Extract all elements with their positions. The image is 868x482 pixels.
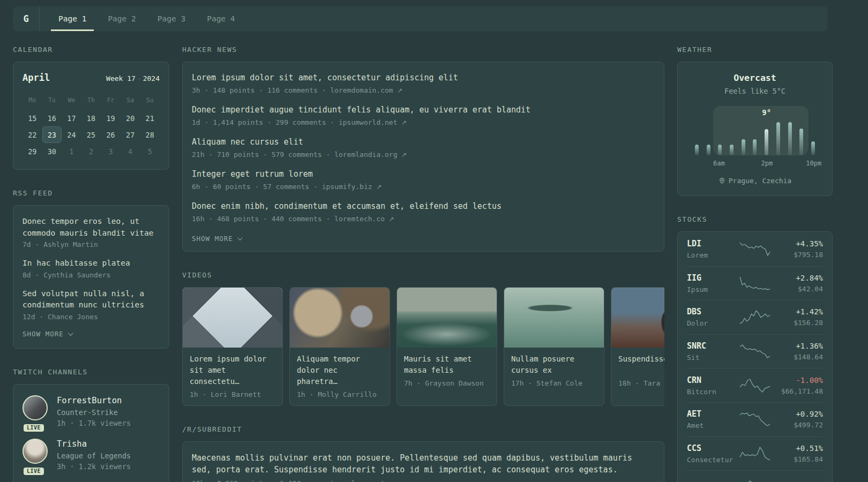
stock-values: +0.92% $499.72: [772, 410, 823, 429]
calendar-day[interactable]: 16: [42, 110, 62, 126]
news-domain-link[interactable]: ipsumify.biz: [322, 183, 372, 191]
calendar-day[interactable]: 1: [62, 143, 81, 160]
external-link-icon: ↗: [398, 87, 403, 94]
calendar-day[interactable]: 20: [121, 110, 140, 126]
video-card[interactable]: Mauris sit amet massa felis 7h · Grayson…: [396, 287, 497, 406]
time-label: 6am: [713, 160, 725, 167]
news-title[interactable]: Donec imperdiet augue tincidunt felis al…: [192, 104, 655, 116]
stock-price: $42.04: [772, 285, 823, 293]
weather-peak-temp: 9°: [762, 108, 771, 117]
rss-item-title[interactable]: Donec tempor eros leo, ut commodo mauris…: [23, 216, 160, 239]
external-link-icon: ↗: [406, 480, 411, 482]
calendar-day[interactable]: 30: [42, 143, 62, 160]
twitch-section: TWITCH CHANNELS LIVE ForrestBurton Count…: [13, 368, 169, 482]
rss-show-more-button[interactable]: SHOW MORE: [23, 330, 160, 338]
calendar-day[interactable]: 3: [101, 143, 121, 160]
stock-row[interactable]: DBS Dolor +1.42% $156.28: [687, 300, 823, 334]
calendar-day[interactable]: 29: [23, 143, 42, 160]
stock-row[interactable]: LDI Lorem +4.35% $795.18: [687, 232, 823, 266]
rss-item-meta: 7d · Ashlyn Martin: [23, 240, 160, 248]
calendar-day[interactable]: 4: [121, 143, 140, 160]
video-thumbnail: [290, 288, 390, 348]
chevron-down-icon: [68, 330, 73, 336]
news-domain-link[interactable]: loremdomain.com: [330, 86, 393, 94]
post-domain-link[interactable]: loremnet.xyz: [351, 479, 401, 482]
tab-page-1[interactable]: Page 1: [51, 6, 94, 31]
stock-sparkline: [738, 275, 772, 291]
calendar-day[interactable]: 15: [23, 110, 42, 126]
channel-name[interactable]: Trisha: [57, 439, 131, 449]
video-meta: 1h · Molly Carrillo: [297, 390, 383, 398]
rss-item-title[interactable]: In hac habitasse platea: [23, 258, 160, 269]
stock-name: Dolor: [687, 319, 738, 327]
video-title: Suspendisse diam: [618, 353, 664, 376]
news-domain-link[interactable]: loremlandia.org: [334, 150, 397, 159]
calendar-day[interactable]: 27: [121, 126, 140, 143]
weather-bar: [788, 122, 792, 155]
twitch-channel[interactable]: LIVE ForrestBurton Counter-Strike 1h · 1…: [23, 395, 160, 427]
news-meta: 21h · 710 points · 579 comments · loreml…: [192, 150, 655, 159]
stock-ticker: LDI: [687, 239, 738, 248]
stock-row[interactable]: IIG Ipsum +2.84% $42.04: [687, 266, 823, 300]
video-card[interactable]: Nullam posuere cursus ex 17h · Stefan Co…: [504, 287, 604, 406]
tab-page-4[interactable]: Page 4: [199, 6, 242, 31]
calendar-day[interactable]: 25: [81, 126, 101, 143]
stock-row[interactable]: AET Amet +0.92% $499.72: [687, 402, 823, 436]
videos-section: VIDEOS Lorem ipsum dolor sit amet consec…: [182, 271, 664, 406]
calendar-day[interactable]: 5: [140, 143, 160, 160]
stock-row[interactable]: CCS Consectetur +0.51% $165.84: [687, 436, 823, 471]
news-title[interactable]: Donec enim nibh, condimentum et accumsan…: [192, 201, 655, 212]
stock-row[interactable]: AHS +0.46%: [687, 470, 823, 482]
stock-id: DBS Dolor: [687, 307, 738, 327]
news-item: Donec enim nibh, condimentum et accumsan…: [192, 201, 655, 223]
news-domain-link[interactable]: ipsumworld.net: [339, 118, 398, 126]
calendar-day[interactable]: 21: [140, 110, 160, 126]
stock-change: +2.84%: [772, 274, 823, 282]
channel-info: ForrestBurton Counter-Strike 1h · 1.7k v…: [57, 395, 131, 427]
video-card[interactable]: Lorem ipsum dolor sit amet consectetu… 1…: [182, 287, 283, 406]
calendar-day[interactable]: 28: [140, 126, 160, 143]
day-header: Th: [81, 94, 101, 107]
calendar-day[interactable]: 23: [42, 126, 62, 143]
news-item: Lorem ipsum dolor sit amet, consectetur …: [192, 72, 655, 94]
calendar-day[interactable]: 24: [62, 126, 81, 143]
news-title[interactable]: Aliquam nec cursus elit: [192, 137, 655, 148]
news-meta: 3h · 148 points · 116 comments · loremdo…: [192, 86, 655, 94]
tab-page-3[interactable]: Page 3: [150, 6, 193, 31]
external-link-icon: ↗: [401, 151, 407, 159]
news-show-more-button[interactable]: SHOW MORE: [192, 235, 655, 243]
stock-change: +1.36%: [772, 342, 823, 350]
stock-values: +4.35% $795.18: [772, 239, 823, 259]
video-card[interactable]: Aliquam tempor dolor nec pharetra… 1h · …: [289, 287, 390, 406]
weather-bar: [799, 129, 803, 155]
video-card[interactable]: Suspendisse diam 18h · Tara: [611, 287, 664, 406]
stock-name: Ipsum: [687, 285, 738, 293]
stock-sparkline: [738, 446, 772, 462]
stock-row[interactable]: SNRC Sit +1.36% $148.64: [687, 334, 823, 368]
calendar-day[interactable]: 22: [23, 126, 42, 143]
channel-name[interactable]: ForrestBurton: [57, 395, 131, 406]
rss-item-title[interactable]: Sed volutpat nulla nisl, a condimentum n…: [23, 288, 160, 311]
tab-page-2[interactable]: Page 2: [100, 6, 143, 31]
stock-row[interactable]: CRN Bitcorn -1.00% $66,171.48: [687, 368, 823, 402]
calendar-day[interactable]: 19: [101, 110, 121, 126]
news-title[interactable]: Lorem ipsum dolor sit amet, consectetur …: [192, 72, 655, 84]
weather-section: WEATHER Overcast Feels like 5°C 9° 6am 2…: [677, 46, 833, 196]
post-title[interactable]: Maecenas mollis pulvinar erat non posuer…: [192, 452, 655, 476]
day-header: Mo: [23, 94, 42, 107]
news-title[interactable]: Integer eget rutrum lorem: [192, 169, 655, 180]
news-domain-link[interactable]: loremtech.co: [334, 215, 385, 223]
calendar-day[interactable]: 26: [101, 126, 121, 143]
stock-sparkline: [738, 378, 772, 394]
calendar-day[interactable]: 18: [81, 110, 101, 126]
twitch-channel[interactable]: LIVE Trisha League of Legends 3h · 1.2k …: [23, 439, 160, 471]
video-meta: 1h · Lori Barnett: [190, 390, 275, 398]
stock-price: $156.28: [772, 319, 823, 327]
calendar-day[interactable]: 2: [81, 143, 101, 160]
weather-condition: Overcast: [687, 73, 823, 83]
show-more-label: SHOW MORE: [192, 235, 233, 243]
weather-bar: [730, 145, 734, 155]
news-meta: 16h · 468 points · 440 comments · loremt…: [192, 215, 655, 223]
calendar-day[interactable]: 17: [62, 110, 81, 126]
stock-name: Bitcorn: [687, 388, 738, 396]
